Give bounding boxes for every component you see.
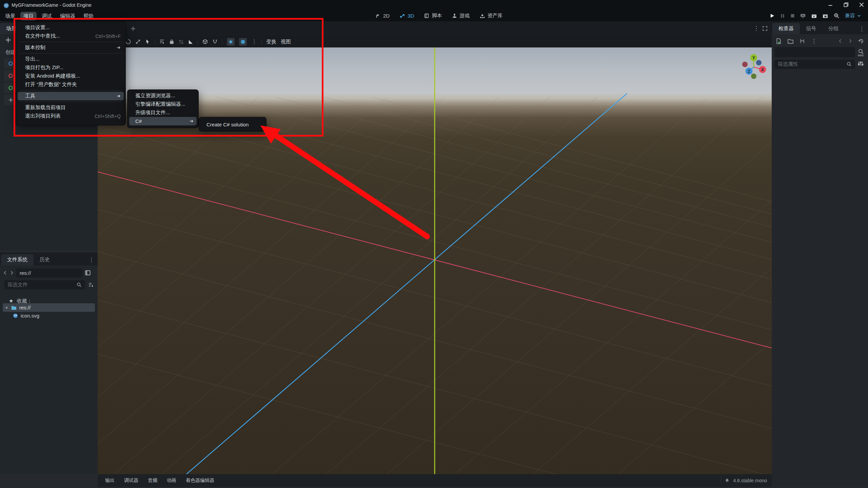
menu-item-tools[interactable]: 工具 xyxy=(18,92,124,100)
ruler-icon[interactable] xyxy=(188,39,193,44)
viewport-grid-axes xyxy=(98,47,772,474)
workspace-3d-button[interactable]: 3D xyxy=(397,12,417,19)
workspace-assetlib-button[interactable]: 资产库 xyxy=(477,12,505,20)
history-back-icon[interactable] xyxy=(838,39,843,43)
new-scene-tab-button[interactable] xyxy=(130,26,136,32)
history-forward-icon[interactable] xyxy=(848,39,853,43)
bottom-tab-output[interactable]: 输出 xyxy=(102,476,118,485)
play-custom-scene-button[interactable] xyxy=(823,13,828,19)
tab-filesystem[interactable]: 文件系统 xyxy=(1,254,34,265)
chevron-expanded-icon[interactable]: ▼ xyxy=(5,306,8,310)
tree-item-root[interactable]: ▼ res:// xyxy=(3,303,95,312)
sort-files-icon[interactable] xyxy=(88,282,94,288)
filter-options-icon[interactable] xyxy=(858,61,864,66)
menu-item-quit-to-project-list[interactable]: 退出到项目列表Ctrl+Shift+Q xyxy=(16,112,125,120)
snap-icon[interactable] xyxy=(212,39,218,44)
camera-preview-icon[interactable] xyxy=(202,39,208,44)
menu-project[interactable]: 项目 xyxy=(20,12,37,20)
filesystem-tabbar: 文件系统 历史 ⋮ xyxy=(0,252,98,265)
tools-submenu-popup: 孤立资源浏览器... 引擎编译配置编辑器... 升级项目文件... C# xyxy=(127,89,199,128)
filter-properties-input[interactable]: 筛选属性 xyxy=(774,60,855,69)
play-button[interactable] xyxy=(770,13,775,18)
window-title: MyGFrameworkGame - Godot Engine xyxy=(12,2,92,8)
menu-item-upgrade-project-files[interactable]: 升级项目文件... xyxy=(127,108,198,117)
tab-signals[interactable]: 信号 xyxy=(800,23,822,34)
bottom-tab-shader-editor[interactable]: 着色器编辑器 xyxy=(182,476,218,485)
preview-sun-toggle[interactable] xyxy=(227,38,235,46)
menu-item-project-settings[interactable]: 项目设置... xyxy=(16,23,125,32)
tab-options-icon[interactable]: ⋮ xyxy=(753,25,759,32)
bottom-tab-debugger[interactable]: 调试器 xyxy=(121,476,142,485)
game-icon xyxy=(452,13,457,18)
minimize-button[interactable] xyxy=(827,2,833,8)
list-select-icon[interactable] xyxy=(159,39,165,44)
view-menu[interactable]: 视图 xyxy=(281,39,291,45)
bottom-tab-audio[interactable]: 音频 xyxy=(144,476,161,485)
path-field[interactable]: res:// xyxy=(16,268,83,278)
restore-button[interactable] xyxy=(843,2,849,8)
main-toolbar: 场景 项目 调试 编辑器 帮助 2D 3D 脚本 游戏 资产库 xyxy=(0,11,868,22)
menu-editor[interactable]: 编辑器 xyxy=(57,12,78,20)
submenu-arrow-icon xyxy=(189,119,194,123)
workspace-2d-button[interactable]: 2D xyxy=(373,12,392,19)
expand-viewport-icon[interactable] xyxy=(762,26,768,31)
tab-groups[interactable]: 分组 xyxy=(822,23,845,34)
tab-inspector[interactable]: 检查器 xyxy=(772,23,800,34)
menu-item-export[interactable]: 导出... xyxy=(16,55,125,63)
workspace-game-button[interactable]: 游戏 xyxy=(449,12,472,20)
sun-icon xyxy=(228,39,233,44)
object-history-icon[interactable] xyxy=(858,38,864,44)
movie-maker-button[interactable] xyxy=(834,13,840,19)
renderer-dropdown[interactable]: 兼容 xyxy=(845,13,861,19)
gizmo-neg-z xyxy=(756,60,762,65)
tree-item-file[interactable]: icon.svg xyxy=(13,313,39,319)
menu-item-install-android-template[interactable]: 安装 Android 构建模板... xyxy=(16,72,125,80)
split-view-icon[interactable] xyxy=(85,270,91,276)
workspace-script-button[interactable]: 脚本 xyxy=(421,12,445,20)
lock-icon[interactable] xyxy=(169,39,174,44)
axis-gizmo[interactable]: Y X Z xyxy=(739,53,772,83)
resource-options-icon[interactable]: ⋮ xyxy=(811,38,817,45)
menu-item-engine-compile-config[interactable]: 引擎编译配置编辑器... xyxy=(127,100,198,108)
select-tool-icon[interactable] xyxy=(145,39,150,44)
menu-item-find-in-files[interactable]: 在文件中查找...Ctrl+Shift+F xyxy=(16,32,125,40)
save-resource-icon[interactable] xyxy=(800,38,805,44)
add-node-button[interactable] xyxy=(5,37,12,43)
menu-scene[interactable]: 场景 xyxy=(2,12,18,20)
play-remote-button[interactable] xyxy=(800,13,806,19)
new-resource-icon[interactable] xyxy=(776,38,782,44)
nav-back-icon[interactable] xyxy=(3,270,7,275)
menu-item-csharp[interactable]: C# xyxy=(129,117,197,125)
menu-item-pack-zip[interactable]: 项目打包为 ZIP... xyxy=(16,63,125,72)
menu-item-create-csharp-solution[interactable]: Create C# solution xyxy=(199,120,266,128)
bottom-tab-animation[interactable]: 动画 xyxy=(163,476,180,485)
transform-menu[interactable]: 变换 xyxy=(266,39,276,45)
viewport-3d[interactable]: Y X Z xyxy=(98,47,772,474)
notification-bell-icon[interactable] xyxy=(725,478,730,483)
close-button[interactable] xyxy=(859,2,865,8)
play-scene-button[interactable] xyxy=(811,13,817,19)
menu-item-reload-project[interactable]: 重新加载当前项目 xyxy=(16,103,125,112)
menu-debug[interactable]: 调试 xyxy=(39,12,55,20)
3d-icon xyxy=(400,13,405,19)
group-icon[interactable] xyxy=(179,39,184,44)
preview-environment-toggle[interactable] xyxy=(239,38,247,46)
menu-item-version-control[interactable]: 版本控制 xyxy=(16,43,125,52)
menu-item-orphan-resource-explorer[interactable]: 孤立资源浏览器... xyxy=(127,92,198,100)
open-docs-icon[interactable]: DOC xyxy=(857,48,865,57)
svg-text:X: X xyxy=(761,67,764,72)
filter-files-input[interactable]: 筛选文件 xyxy=(4,280,85,289)
rotate-tool-icon[interactable] xyxy=(125,39,131,44)
scale-tool-icon[interactable] xyxy=(135,39,141,44)
load-resource-icon[interactable] xyxy=(788,39,793,44)
object-name-field[interactable] xyxy=(774,47,855,57)
menu-help[interactable]: 帮助 xyxy=(80,12,97,20)
dock-options-icon[interactable]: ⋮ xyxy=(859,25,865,33)
menu-item-open-user-data-folder[interactable]: 打开 “用户数据” 文件夹 xyxy=(16,80,125,89)
dock-options-icon[interactable]: ⋮ xyxy=(88,257,94,264)
pause-button[interactable] xyxy=(780,14,785,18)
sun-env-options-icon[interactable]: ⋮ xyxy=(251,38,257,45)
tab-history[interactable]: 历史 xyxy=(34,254,56,265)
nav-forward-icon[interactable] xyxy=(9,270,14,275)
stop-button[interactable] xyxy=(790,14,795,18)
